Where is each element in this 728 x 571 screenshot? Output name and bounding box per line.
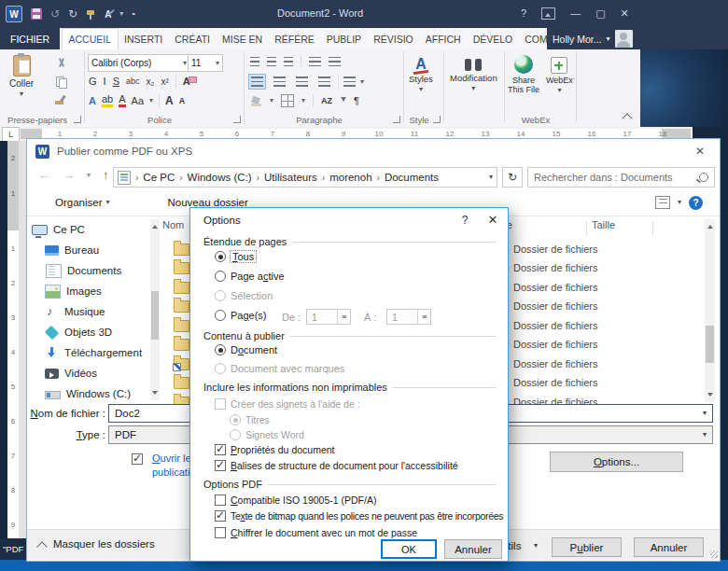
checkbox-bitmap[interactable]: Texte de bitmap quand les polices ne peu…	[215, 510, 503, 522]
share-this-file-button[interactable]: Share This File	[507, 55, 540, 94]
ok-button[interactable]: OK	[381, 539, 437, 559]
scroll-up-icon[interactable]	[152, 222, 158, 229]
undo-icon[interactable]: ↺	[50, 8, 60, 20]
redo-icon[interactable]: ↻	[68, 8, 77, 20]
back-icon[interactable]: ←	[38, 168, 50, 182]
sidebar-item-videos[interactable]: Vidéos	[32, 363, 149, 383]
column-divider[interactable]	[652, 221, 653, 235]
close-icon[interactable]: ✕	[688, 143, 712, 160]
checkbox-proprietes[interactable]: Propriétés du document	[215, 444, 335, 455]
cut-icon[interactable]	[54, 57, 68, 69]
tab-revision[interactable]: RÉVISIO	[368, 28, 420, 49]
chevron-down-icon[interactable]	[678, 199, 681, 206]
dialog-launcher-icon[interactable]	[433, 116, 441, 123]
chevron-down-icon[interactable]	[489, 174, 493, 181]
column-divider[interactable]	[586, 221, 587, 235]
breadcrumb-documents[interactable]: Documents	[385, 172, 439, 183]
shrink-font-button[interactable]: A	[179, 96, 186, 105]
scrollbar-thumb[interactable]	[706, 326, 714, 363]
align-center-button[interactable]	[271, 74, 288, 90]
clear-formatting-button[interactable]: A	[183, 76, 190, 87]
sidebar-scrollbar[interactable]	[150, 219, 160, 400]
radio-tous[interactable]: Tous	[215, 251, 256, 262]
breadcrumb-utilisateurs[interactable]: Utilisateurs	[264, 172, 317, 183]
minimize-icon[interactable]: —	[570, 7, 581, 19]
column-header-nom[interactable]: Nom	[162, 219, 184, 230]
scrollbar-thumb[interactable]	[151, 291, 159, 340]
tab-publipostage[interactable]: PUBLIP	[320, 28, 367, 49]
sidebar-item-musique[interactable]: Musique	[32, 301, 149, 322]
tab-accueil[interactable]: ACCUEIL	[62, 28, 119, 49]
bold-button[interactable]: G	[89, 76, 97, 87]
chevron-down-icon[interactable]	[703, 410, 707, 417]
tab-references[interactable]: RÉFÉRE	[269, 28, 321, 49]
format-painter-icon[interactable]	[86, 9, 96, 20]
format-painter-icon[interactable]	[54, 94, 66, 106]
bullets-icon[interactable]	[250, 57, 259, 67]
refresh-icon[interactable]	[502, 167, 523, 188]
scroll-down-icon[interactable]	[707, 393, 713, 399]
tab-fichier[interactable]: FICHIER	[0, 28, 60, 49]
breadcrumb-windows-c[interactable]: Windows (C:)	[188, 172, 252, 183]
superscript-button[interactable]: x²	[161, 77, 168, 87]
text-style-icon[interactable]: A	[105, 9, 111, 20]
copy-icon[interactable]	[54, 76, 68, 88]
scroll-down-icon[interactable]	[152, 391, 158, 397]
strikethrough-button[interactable]: abc	[126, 77, 140, 86]
sidebar-item-bureau[interactable]: Bureau	[32, 240, 149, 260]
breadcrumb-morenoh[interactable]: morenoh	[329, 172, 371, 183]
tab-mise-en-page[interactable]: MISE EN	[216, 28, 268, 49]
dialog-launcher-icon[interactable]	[393, 116, 400, 123]
borders-icon[interactable]	[281, 94, 294, 107]
sidebar-item-documents[interactable]: Documents	[32, 260, 149, 281]
chevron-down-icon[interactable]	[119, 10, 123, 18]
increase-indent-icon[interactable]	[329, 57, 341, 67]
view-options-icon[interactable]	[655, 196, 670, 209]
close-icon[interactable]: ✕	[483, 213, 502, 227]
radio-page-active[interactable]: Page active	[215, 271, 285, 282]
subscript-button[interactable]: x₂	[146, 77, 154, 87]
decrease-indent-icon[interactable]	[309, 57, 321, 67]
chevron-down-icon[interactable]	[534, 542, 538, 550]
sidebar-item-ce-pc[interactable]: Ce PC	[32, 219, 149, 240]
styles-button[interactable]: A Styles	[409, 57, 433, 93]
options-button[interactable]: Options...	[550, 452, 683, 472]
align-left-button[interactable]	[248, 74, 266, 90]
modification-button[interactable]: Modification	[450, 59, 497, 92]
scroll-up-icon[interactable]	[707, 222, 713, 229]
checkbox-balises[interactable]: Balises de structure de document pour l'…	[215, 460, 458, 471]
align-right-button[interactable]	[293, 74, 311, 90]
tab-selector[interactable]: L	[2, 127, 20, 142]
highlight-button[interactable]: ab	[102, 93, 113, 107]
list-scrollbar[interactable]	[705, 219, 715, 402]
history-chevron-icon[interactable]: ▾	[87, 171, 91, 179]
line-spacing-icon[interactable]	[343, 77, 356, 87]
hide-folders-button[interactable]: Masquer les dossiers	[38, 538, 155, 550]
change-case-button[interactable]: Aa	[132, 95, 144, 106]
dialog-launcher-icon[interactable]	[233, 116, 241, 123]
help-icon[interactable]: ?	[689, 196, 703, 210]
checkbox-iso[interactable]: Compatible ISO 19005-1 (PDF/A)	[215, 494, 376, 506]
chevron-down-icon[interactable]	[703, 431, 707, 439]
tab-creation[interactable]: CRÉATI	[169, 28, 217, 49]
address-bar[interactable]: Ce PC Windows (C:) Utilisateurs morenoh …	[113, 167, 497, 188]
search-input[interactable]: Rechercher dans : Documents	[527, 167, 715, 188]
ribbon-display-icon[interactable]	[541, 7, 555, 20]
help-icon[interactable]: ?	[521, 7, 526, 19]
sidebar-item-objets-3d[interactable]: Objets 3D	[32, 322, 149, 342]
column-header-taille[interactable]: Taille	[592, 219, 615, 230]
grow-font-button[interactable]: A	[165, 94, 174, 107]
resize-grip[interactable]	[710, 550, 718, 558]
close-icon[interactable]: ✕	[621, 7, 629, 20]
cancel-button[interactable]: Annuler	[634, 537, 704, 557]
webex-button[interactable]: WebEx	[546, 57, 573, 94]
open-after-checkbox[interactable]	[132, 453, 143, 465]
help-icon[interactable]: ?	[457, 214, 472, 227]
tab-affichage[interactable]: AFFICH	[419, 28, 467, 49]
sidebar-item-telechargement[interactable]: Téléchargement	[32, 342, 149, 363]
tab-insertion[interactable]: INSERTI	[119, 28, 169, 49]
underline-button[interactable]: S	[113, 76, 119, 87]
multilevel-list-icon[interactable]	[284, 57, 293, 67]
radio-pages[interactable]: Page(s)	[215, 310, 267, 321]
dialog-launcher-icon[interactable]	[74, 116, 81, 123]
